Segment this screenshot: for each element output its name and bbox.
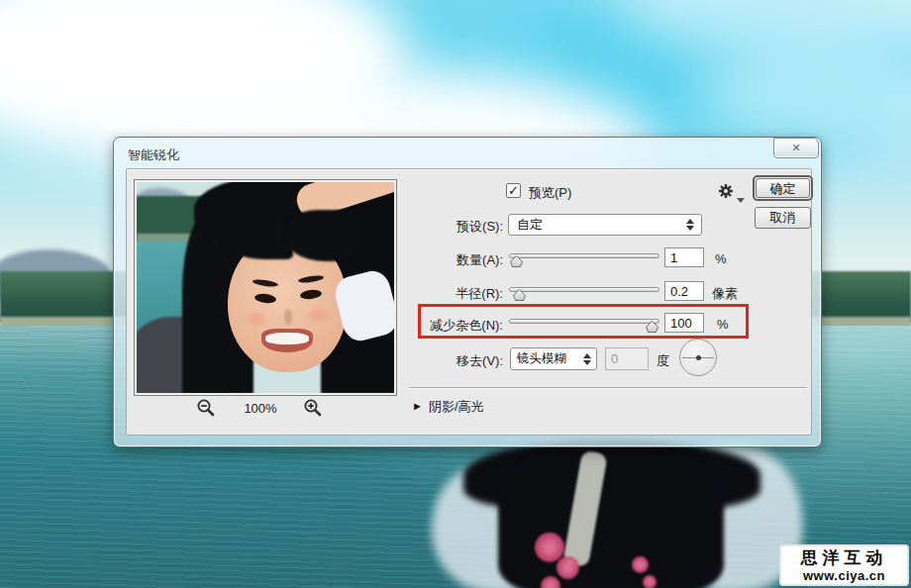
zoom-out-icon — [196, 398, 216, 418]
noise-slider[interactable] — [509, 318, 659, 332]
zoom-level: 100% — [238, 401, 283, 416]
noise-unit: % — [717, 317, 729, 332]
check-icon: ✓ — [508, 183, 519, 198]
watermark-brand: 思洋互动 — [781, 548, 907, 568]
flower — [632, 556, 649, 573]
zoom-in-icon — [303, 398, 323, 418]
preview-nose — [284, 309, 292, 325]
radius-unit: 像素 — [712, 285, 738, 303]
settings-menu-button[interactable] — [717, 182, 735, 200]
gear-icon — [717, 182, 735, 200]
zoom-out-button[interactable] — [196, 398, 216, 418]
preview-cheek — [248, 313, 265, 325]
slider-track[interactable] — [509, 253, 659, 258]
person-silhouette — [424, 443, 800, 588]
stepper-arrows-icon — [583, 353, 592, 365]
angle-dial[interactable] — [679, 339, 717, 376]
preview-teeth — [265, 333, 309, 344]
amount-unit: % — [715, 251, 727, 266]
flower — [643, 575, 657, 588]
slider-track[interactable] — [509, 287, 659, 292]
hair — [498, 443, 724, 588]
preset-label: 预设(S): — [378, 218, 503, 236]
amount-label: 数量(A): — [378, 251, 503, 269]
remove-value: 镜头模糊 — [517, 350, 566, 367]
angle-input — [605, 347, 649, 370]
slider-track[interactable] — [509, 319, 659, 324]
close-button[interactable]: ✕ — [773, 138, 819, 158]
preview-frame — [134, 179, 397, 396]
watermark-url: www.ciya.cn — [781, 568, 907, 583]
preview-cheek — [309, 309, 327, 321]
smart-sharpen-dialog: 智能锐化 ✕ — [113, 137, 822, 447]
noise-input[interactable] — [664, 313, 704, 333]
preview-checkbox-label: 预览(P) — [529, 184, 571, 202]
preset-select[interactable]: 自定 — [508, 214, 702, 236]
preview-checkbox[interactable]: ✓ — [506, 183, 521, 198]
dialog-title: 智能锐化 — [128, 147, 179, 164]
preview-mouth — [261, 329, 313, 352]
stepper-arrows-icon — [686, 219, 695, 231]
radius-label: 半径(R): — [378, 285, 503, 303]
flower — [557, 556, 579, 579]
watermark: 思洋互动 www.ciya.cn — [779, 544, 909, 586]
amount-input[interactable] — [664, 247, 704, 267]
amount-slider[interactable] — [509, 252, 659, 266]
radius-input[interactable] — [664, 281, 704, 301]
preset-value: 自定 — [517, 216, 543, 234]
cancel-button[interactable]: 取消 — [755, 207, 811, 229]
gear-caret-icon[interactable] — [737, 198, 745, 203]
angle-unit: 度 — [657, 352, 669, 370]
shadows-highlights-expander[interactable]: 阴影/高光 — [429, 398, 484, 416]
close-icon: ✕ — [791, 142, 800, 153]
remove-label: 移去(V): — [378, 352, 503, 370]
ok-button-frame: 确定 — [753, 175, 813, 201]
ok-button[interactable]: 确定 — [756, 178, 810, 198]
zoom-in-button[interactable] — [303, 398, 323, 418]
preview-image[interactable] — [137, 182, 394, 393]
separator-line — [409, 387, 807, 388]
dialog-panel: 100% ✓ 预览(P) — [126, 168, 812, 436]
noise-label: 减少杂色(N): — [339, 317, 503, 335]
remove-select[interactable]: 镜头模糊 — [510, 347, 597, 370]
expander-arrow-icon[interactable]: ► — [412, 400, 423, 412]
radius-slider[interactable] — [509, 286, 659, 300]
